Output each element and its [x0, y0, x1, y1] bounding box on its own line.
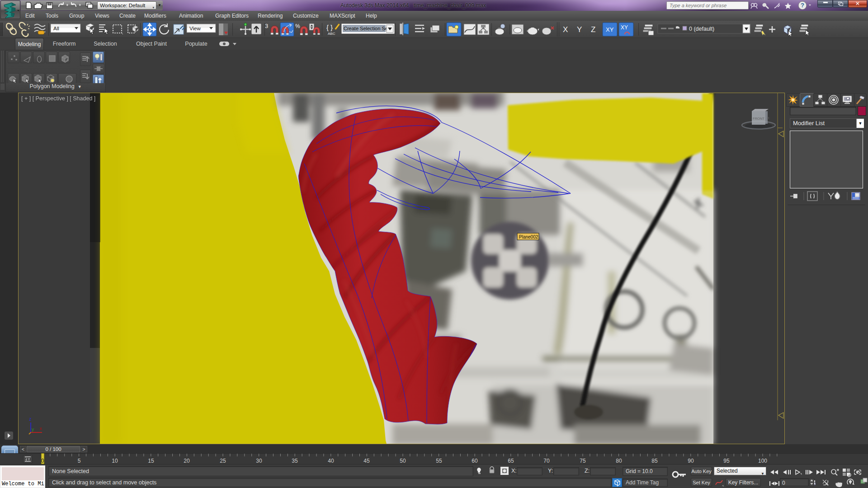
svg-text:85: 85 — [651, 458, 658, 464]
svg-text:15: 15 — [148, 458, 154, 464]
svg-text:Z: Z — [591, 25, 595, 34]
svg-text:?: ? — [801, 2, 804, 9]
svg-text:25: 25 — [220, 458, 226, 464]
svg-text:Plane002: Plane002 — [519, 235, 538, 239]
svg-text:Y: Y — [577, 25, 582, 34]
svg-text:5: 5 — [78, 458, 81, 464]
svg-text:0 (default): 0 (default) — [689, 26, 714, 32]
svg-text:x: x — [40, 426, 42, 431]
svg-text:XY: XY — [606, 26, 614, 33]
svg-text:100: 100 — [758, 458, 767, 464]
svg-text:{: { — [326, 23, 329, 31]
svg-text:40: 40 — [328, 458, 334, 464]
svg-text:10: 10 — [112, 458, 118, 464]
svg-text:45: 45 — [363, 458, 370, 464]
svg-text:%: % — [295, 23, 300, 29]
svg-text:ABC: ABC — [328, 32, 335, 36]
svg-text:y: y — [32, 427, 34, 432]
svg-text:}: } — [330, 23, 333, 31]
svg-text:60: 60 — [472, 458, 478, 464]
svg-text:50: 50 — [400, 458, 406, 464]
svg-text:0: 0 — [41, 458, 44, 464]
svg-text:X: X — [563, 25, 568, 34]
svg-text:FRONT: FRONT — [753, 117, 764, 121]
svg-text:35: 35 — [292, 458, 298, 464]
svg-text:70: 70 — [543, 458, 550, 464]
svg-text:65: 65 — [508, 458, 514, 464]
svg-text:30: 30 — [256, 458, 262, 464]
svg-text:XY: XY — [621, 24, 628, 31]
svg-text:20: 20 — [184, 458, 190, 464]
svg-text:80: 80 — [616, 458, 622, 464]
svg-text:75: 75 — [580, 458, 586, 464]
svg-text:95: 95 — [723, 458, 730, 464]
svg-text:R: R — [767, 117, 769, 120]
svg-text:All: All — [53, 26, 59, 31]
svg-text:Create Selection Se: Create Selection Se — [344, 26, 388, 31]
svg-text:3: 3 — [265, 23, 268, 29]
svg-text:z: z — [29, 417, 31, 422]
svg-text:View: View — [189, 26, 201, 31]
svg-text:90: 90 — [688, 458, 694, 464]
svg-text:55: 55 — [436, 458, 442, 464]
